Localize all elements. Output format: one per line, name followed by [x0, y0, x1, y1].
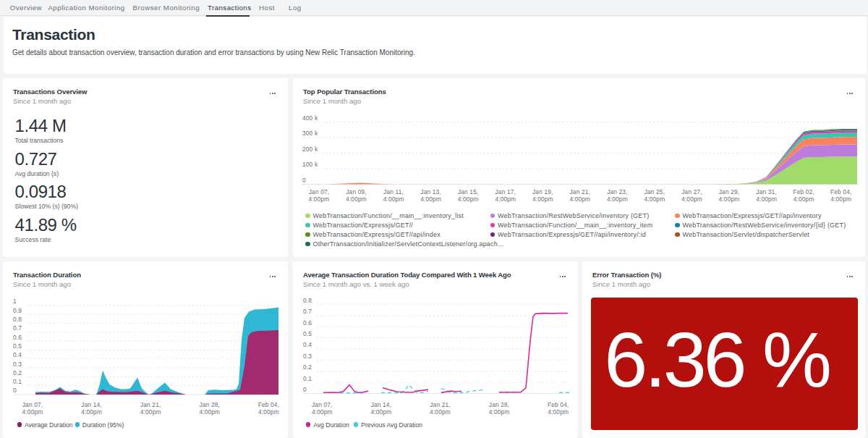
svg-text:0.8: 0.8	[13, 316, 22, 323]
svg-text:0.7: 0.7	[13, 324, 22, 332]
svg-text:0.3: 0.3	[13, 361, 22, 368]
svg-text:Jan 09,: Jan 09,	[346, 188, 367, 195]
svg-text:4:00pm: 4:00pm	[607, 195, 628, 203]
svg-text:0.2: 0.2	[13, 369, 22, 376]
svg-text:0.5: 0.5	[303, 330, 312, 337]
svg-text:0.4: 0.4	[303, 341, 312, 348]
svg-text:0.9: 0.9	[13, 307, 22, 314]
svg-text:4:00pm: 4:00pm	[489, 408, 510, 416]
svg-text:Jan 07,: Jan 07,	[312, 401, 333, 408]
svg-text:0.3: 0.3	[303, 353, 312, 360]
svg-text:Feb 02,: Feb 02,	[793, 188, 814, 195]
svg-text:Jan 25,: Jan 25,	[644, 188, 665, 195]
svg-text:Feb 04,: Feb 04,	[830, 188, 851, 195]
svg-text:Jan 07,: Jan 07,	[22, 401, 43, 408]
svg-text:Feb 04,: Feb 04,	[548, 401, 569, 408]
svg-text:Jan 17,: Jan 17,	[495, 188, 516, 195]
svg-text:4:00pm: 4:00pm	[312, 408, 333, 416]
svg-text:200 k: 200 k	[302, 146, 318, 153]
svg-text:Jan 29,: Jan 29,	[719, 188, 740, 195]
svg-text:0.6: 0.6	[303, 319, 312, 327]
svg-text:4:00pm: 4:00pm	[309, 195, 330, 203]
svg-text:300 k: 300 k	[302, 130, 318, 137]
svg-text:0.1: 0.1	[303, 375, 312, 382]
svg-text:4:00pm: 4:00pm	[756, 195, 777, 203]
svg-text:Jan 21,: Jan 21,	[430, 401, 451, 408]
svg-text:4:00pm: 4:00pm	[719, 195, 740, 203]
svg-text:0.7: 0.7	[303, 308, 312, 315]
svg-text:Jan 21,: Jan 21,	[140, 401, 161, 408]
svg-text:4:00pm: 4:00pm	[532, 195, 553, 203]
svg-text:4:00pm: 4:00pm	[458, 195, 479, 203]
svg-text:Jan 27,: Jan 27,	[681, 188, 702, 195]
svg-text:0: 0	[302, 177, 306, 184]
svg-text:Jan 11,: Jan 11,	[383, 188, 404, 195]
svg-text:4:00pm: 4:00pm	[681, 195, 702, 203]
svg-text:Feb 04,: Feb 04,	[258, 401, 279, 408]
svg-text:0.6: 0.6	[13, 334, 22, 341]
svg-text:4:00pm: 4:00pm	[140, 408, 161, 416]
svg-text:Jan 07,: Jan 07,	[309, 188, 330, 195]
svg-text:0: 0	[303, 386, 307, 393]
svg-text:1: 1	[13, 298, 17, 305]
svg-text:4:00pm: 4:00pm	[830, 195, 851, 203]
svg-text:0.1: 0.1	[13, 378, 22, 385]
svg-text:4:00pm: 4:00pm	[383, 195, 404, 203]
svg-text:4:00pm: 4:00pm	[569, 195, 590, 203]
svg-text:Jan 28,: Jan 28,	[200, 401, 221, 408]
svg-text:Jan 21,: Jan 21,	[570, 188, 591, 195]
svg-text:400 k: 400 k	[302, 114, 318, 122]
svg-text:0.2: 0.2	[303, 363, 312, 371]
svg-text:4:00pm: 4:00pm	[346, 195, 367, 203]
svg-text:4:00pm: 4:00pm	[548, 408, 569, 416]
svg-text:100 k: 100 k	[302, 161, 318, 168]
svg-text:Jan 23,: Jan 23,	[607, 188, 628, 195]
svg-text:4:00pm: 4:00pm	[199, 408, 220, 416]
svg-text:4:00pm: 4:00pm	[81, 408, 102, 416]
svg-text:4:00pm: 4:00pm	[22, 408, 43, 416]
svg-text:0.4: 0.4	[13, 351, 22, 358]
svg-text:0.5: 0.5	[13, 342, 22, 350]
svg-text:Jan 19,: Jan 19,	[532, 188, 553, 195]
svg-text:Jan 14,: Jan 14,	[371, 401, 392, 408]
svg-text:0: 0	[13, 387, 17, 394]
svg-text:Jan 13,: Jan 13,	[420, 188, 441, 195]
svg-text:0.8: 0.8	[303, 297, 312, 304]
svg-text:Jan 14,: Jan 14,	[81, 401, 102, 408]
svg-text:4:00pm: 4:00pm	[420, 195, 441, 203]
svg-text:Jan 15,: Jan 15,	[458, 188, 479, 195]
svg-text:4:00pm: 4:00pm	[793, 195, 814, 203]
svg-text:4:00pm: 4:00pm	[370, 408, 391, 416]
svg-text:Jan 31,: Jan 31,	[756, 188, 777, 195]
svg-text:4:00pm: 4:00pm	[430, 408, 451, 416]
svg-text:Jan 28,: Jan 28,	[489, 401, 510, 408]
svg-text:4:00pm: 4:00pm	[258, 408, 279, 416]
svg-text:4:00pm: 4:00pm	[644, 195, 665, 203]
svg-text:4:00pm: 4:00pm	[495, 195, 516, 203]
